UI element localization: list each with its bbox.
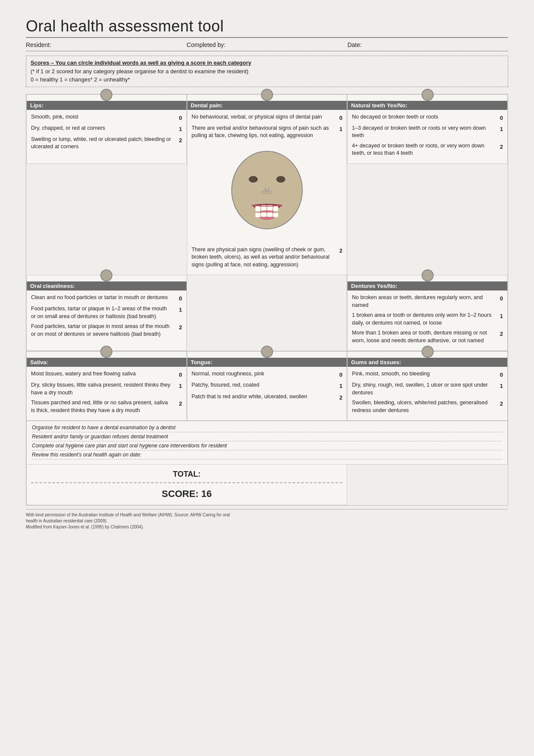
oral-cleanliness-item-2: Food particles, tartar or plaque in most… [31,323,182,338]
dental-pain-item-2: There are physical pain signs (swelling … [192,246,343,269]
lips-circle [100,89,112,101]
svg-point-1 [249,176,258,182]
completed-by-field: Completed by: [186,41,347,48]
tongue-cell: Tongue: Normal, moist roughness, pink 0 … [187,351,348,421]
resident-row: Resident: Completed by: Date: [26,41,508,51]
scores-line1: Scores – You can circle individual words… [31,59,503,67]
tongue-item-2: Patch that is red and/or white, ulcerate… [192,393,343,402]
oral-cleanliness-item-1: Food particles, tartar or plaque in 1–2 … [31,305,182,320]
gums-item-0: Pink, moist, smooth, no bleeding 0 [352,370,503,379]
dental-pain-circle [261,89,273,101]
natural-teeth-header: Natural teeth Yes/No: [348,101,507,110]
note-line-1: Resident and/or family or guardian refus… [32,434,502,441]
dentures-cell: Dentures Yes/No: No broken areas or teet… [347,275,508,351]
tongue-header: Tongue: [187,358,347,367]
natural-teeth-circle [422,89,434,101]
dentures-item-2: More than 1 broken area or tooth, dentur… [352,329,503,344]
svg-point-2 [276,176,285,182]
oral-cleanliness-cell: Oral cleanliness: Clean and no food part… [26,275,187,351]
scores-info: Scores – You can circle individual words… [26,56,508,87]
note-line-3: Review this resident's oral health again… [32,452,502,459]
dentures-header: Dentures Yes/No: [348,281,507,291]
note-line-0: Organise for resident to have a dental e… [32,425,502,432]
dental-pain-cell: Dental pain: No behavioural, verbal, or … [187,94,348,275]
saliva-header: Saliva: [27,358,186,367]
lips-cell: Lips: Smooth, pink, moist 0 Dry, chapped… [26,94,187,164]
lips-item-1: Dry, chapped, or red at corners 1 [31,125,182,133]
date-field: Date: [348,41,508,48]
natural-teeth-cell: Natural teeth Yes/No: No decayed or brok… [347,94,508,164]
svg-rect-5 [255,206,261,211]
tongue-item-0: Normal, moist roughness, pink 0 [192,370,343,379]
svg-rect-13 [273,213,278,217]
tongue-circle [261,346,273,358]
page-title: Oral health assessment tool [26,17,508,38]
gums-item-2: Swollen, bleeding, ulcers, white/red pat… [352,399,503,414]
scores-line3: 0 = healthy 1 = changes* 2 = unhealthy* [31,75,503,84]
footer-line-2: Modified from Kayser-Jones et al. (1995)… [26,524,508,530]
note-line-2: Complete oral hygiene care plan and star… [32,443,502,450]
svg-rect-8 [273,206,278,211]
mouth-diagram [228,145,306,240]
saliva-item-0: Moist tissues, watery and free flowing s… [31,370,182,379]
scores-line2: (* if 1 or 2 scored for any category ple… [31,67,503,76]
lips-header: Lips: [27,101,186,110]
notes-section: Organise for resident to have a dental e… [26,421,508,465]
dentures-item-1: 1 broken area or tooth or dentures only … [352,312,503,327]
saliva-circle [100,346,112,358]
total-section: TOTAL: SCORE: 16 [26,465,347,505]
footer-line-1: health in Australian residential care (2… [26,518,508,524]
dental-pain-header: Dental pain: [187,101,347,110]
saliva-item-1: Dry, sticky tissues, little saliva prese… [31,381,182,397]
dental-pain-item-1: There are verbal and/or behavioural sign… [192,125,343,140]
footer-line-0: With kind permission of the Australian I… [26,512,508,518]
gums-circle [422,346,434,358]
total-label: TOTAL: [31,470,342,483]
oral-cleanliness-circle [100,269,112,281]
dentures-circle [422,269,434,281]
footer: With kind permission of the Australian I… [26,509,508,530]
gums-header: Gums and tissues: [348,358,507,367]
saliva-cell: Saliva: Moist tissues, watery and free f… [26,351,187,421]
tongue-item-1: Patchy, fissured, red, coated 1 [192,381,343,390]
lips-item-2: Swelling or lump, white, red or ulcerate… [31,136,182,151]
natural-teeth-item-2: 4+ decayed or broken teeth or roots, or … [352,142,503,157]
svg-rect-12 [267,212,273,217]
lips-item-0: Smooth, pink, moist 0 [31,113,182,122]
oral-cleanliness-header: Oral cleanliness: [27,281,186,291]
saliva-item-2: Tissues parched and red, little or no sa… [31,399,182,414]
natural-teeth-item-1: 1–3 decayed or broken teeth or roots or … [352,125,503,140]
resident-field: Resident: [26,41,186,48]
gums-item-1: Dry, shiny, rough, red, swollen, 1 ulcer… [352,381,503,397]
gums-cell: Gums and tissues: Pink, moist, smooth, n… [347,351,508,421]
natural-teeth-item-0: No decayed or broken teeth or roots 0 [352,113,503,122]
oral-cleanliness-item-0: Clean and no food particles or tartar in… [31,294,182,303]
dentures-item-0: No broken areas or teeth, dentures regul… [352,294,503,309]
dental-pain-item-0: No behavioural, verbal, or physical sign… [192,113,343,122]
svg-rect-10 [255,213,261,217]
score-label: SCORE: 16 [162,488,212,500]
svg-rect-11 [261,212,267,217]
